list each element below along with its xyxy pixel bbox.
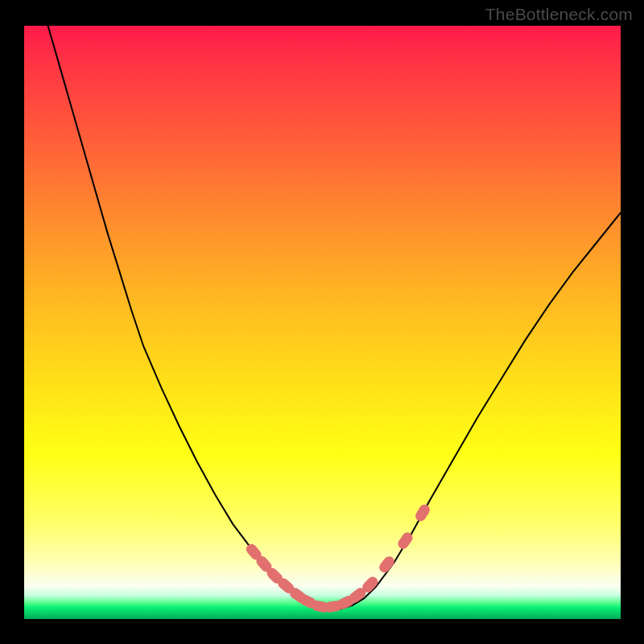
- marker-group: [244, 502, 431, 613]
- curve-group: [48, 26, 621, 609]
- bottleneck-curve: [48, 26, 621, 609]
- chart-frame: TheBottleneck.com: [0, 0, 644, 644]
- chart-svg: [24, 26, 621, 619]
- plot-area: [24, 26, 621, 619]
- svg-rect-13: [414, 502, 432, 523]
- sample-point: [414, 502, 432, 523]
- watermark-text: TheBottleneck.com: [485, 5, 633, 24]
